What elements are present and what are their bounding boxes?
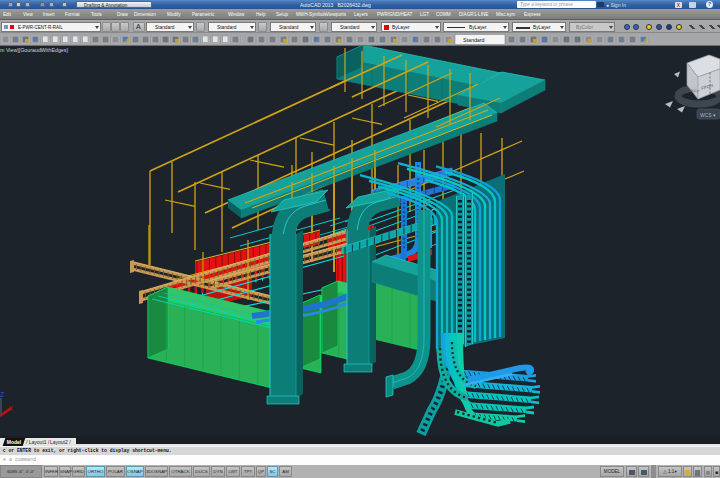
svg-text:WCS ▾: WCS ▾ — [700, 112, 716, 118]
svg-text:Z: Z — [0, 391, 5, 398]
svg-text:Standard: Standard — [463, 37, 485, 43]
svg-text:X: X — [9, 405, 14, 412]
